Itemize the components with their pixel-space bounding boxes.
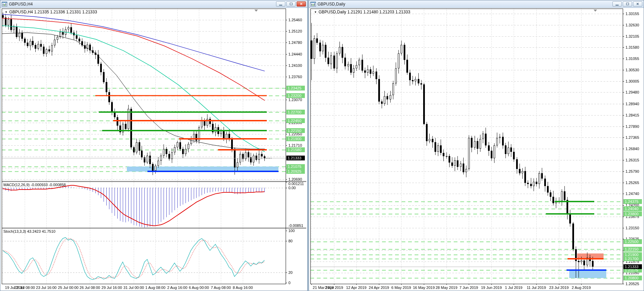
window-gbpusd-h4: GBPUSD,H4 ✕ <box>0 0 308 291</box>
close-icon: ✕ <box>300 2 302 6</box>
maximize-button[interactable] <box>286 1 296 7</box>
legend-text: GBPUSD,Daily 1.21291 1.21480 1.21203 1.2… <box>319 10 410 14</box>
minimize-icon <box>279 5 282 5</box>
collapse-caret-icon: ▼ <box>5 11 8 14</box>
window-controls: ✕ <box>612 1 642 7</box>
window-gbpusd-daily: GBPUSD,Daily ✕ <box>309 0 644 291</box>
macd-indicator-label: MACD(12,26,9) -0.000933 -0.000858 <box>3 183 66 187</box>
minimize-button[interactable] <box>612 1 622 7</box>
window-title: GBPUSD,Daily <box>318 2 345 7</box>
chart-surface-h4[interactable] <box>0 8 307 291</box>
titlebar-h4[interactable]: GBPUSD,H4 ✕ <box>0 0 307 8</box>
collapse-caret-icon: ▼ <box>314 11 317 14</box>
close-button[interactable]: ✕ <box>297 1 306 7</box>
maximize-icon <box>290 3 293 5</box>
maximize-button[interactable] <box>623 1 632 7</box>
minimize-icon <box>616 5 619 5</box>
stoch-indicator-label: Stoch(13,3,3) 43.2423 41.7510 <box>3 229 56 233</box>
titlebar-daily[interactable]: GBPUSD,Daily ✕ <box>309 0 644 8</box>
window-title: GBPUSD,H4 <box>9 2 33 7</box>
chart-window-icon <box>310 2 316 7</box>
chart-legend-daily: ▼ GBPUSD,Daily 1.21291 1.21480 1.21203 1… <box>314 10 410 14</box>
chart-legend-h4: ▼ GBPUSD,H4 1.21335 1.21336 1.21331 1.21… <box>5 10 97 14</box>
legend-text: GBPUSD,H4 1.21335 1.21336 1.21331 1.2133… <box>9 10 97 14</box>
mdi-workspace: GBPUSD,H4 ✕ GBPUSD,Daily ✕ ▼ GBPUS <box>0 0 644 291</box>
chart-surface-daily[interactable] <box>309 8 644 291</box>
chart-window-icon <box>2 2 7 7</box>
maximize-icon <box>626 3 629 5</box>
close-icon: ✕ <box>636 2 639 6</box>
close-button[interactable]: ✕ <box>633 1 642 7</box>
window-controls: ✕ <box>276 1 306 7</box>
minimize-button[interactable] <box>276 1 285 7</box>
